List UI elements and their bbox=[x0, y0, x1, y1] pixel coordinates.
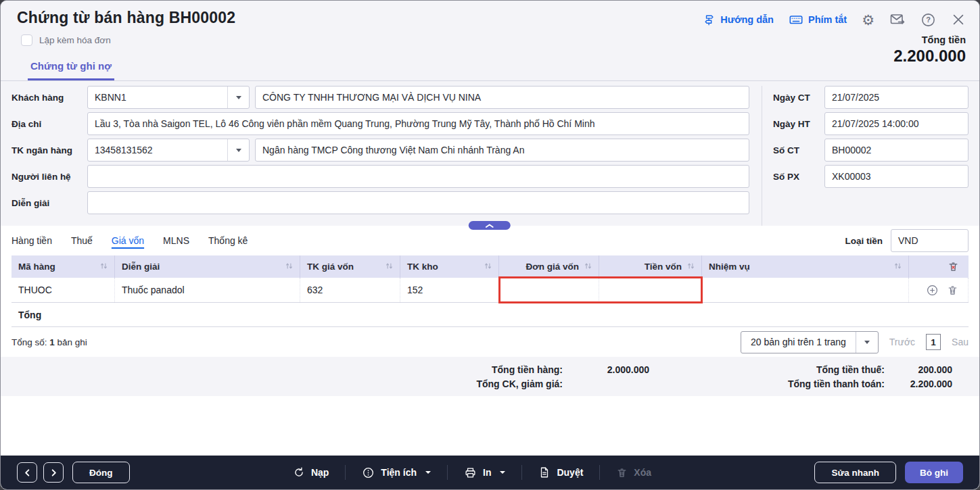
bank-account-label: TK ngân hàng bbox=[11, 145, 87, 155]
bank-account-value: 13458131562 bbox=[88, 145, 227, 155]
mail-send-icon[interactable] bbox=[889, 11, 906, 28]
tab-hang-tien[interactable]: Hàng tiền bbox=[11, 234, 52, 247]
col-tk-kho[interactable]: TK kho bbox=[400, 255, 499, 278]
next-record-button[interactable] bbox=[43, 462, 64, 483]
sort-icon[interactable] bbox=[894, 262, 902, 272]
col-actions bbox=[909, 255, 969, 278]
chevron-down-icon bbox=[500, 471, 505, 474]
document-icon bbox=[538, 466, 551, 479]
table-header-row: Mã hàng Diễn giải TK giá vốn TK kho Đơn … bbox=[11, 255, 969, 278]
chevron-right-icon bbox=[49, 468, 58, 477]
close-icon[interactable] bbox=[951, 12, 966, 27]
cell-dien-giai[interactable]: Thuốc panadol bbox=[115, 278, 300, 302]
delete-row-icon[interactable] bbox=[947, 285, 958, 296]
shortcut-link[interactable]: Phím tắt bbox=[789, 12, 847, 27]
grand-total-value: 2.200.000 bbox=[893, 47, 966, 66]
current-page-box[interactable]: 1 bbox=[926, 334, 941, 350]
description-field[interactable] bbox=[87, 191, 749, 214]
col-ma-hang[interactable]: Mã hàng bbox=[11, 255, 115, 278]
col-dien-giai[interactable]: Diễn giải bbox=[115, 255, 300, 278]
cell-nhiem-vu[interactable] bbox=[702, 278, 909, 302]
table-total-label: Tổng bbox=[18, 310, 41, 320]
chevron-down-icon[interactable] bbox=[227, 139, 249, 161]
tab-gia-von[interactable]: Giá vốn bbox=[112, 234, 144, 247]
row-actions bbox=[909, 278, 969, 302]
posting-date-field[interactable]: 21/07/2025 14:00:00 bbox=[824, 112, 969, 135]
col-don-gia-von[interactable]: Đơn giá vốn bbox=[499, 255, 599, 278]
posting-date-label: Ngày HT bbox=[773, 119, 824, 129]
doc-date-field[interactable]: 21/07/2025 bbox=[824, 86, 969, 109]
next-page-button[interactable]: Sau bbox=[952, 337, 969, 347]
page-title: Chứng từ bán hàng BH00002 bbox=[17, 9, 235, 27]
sort-icon[interactable] bbox=[285, 262, 293, 272]
refresh-icon bbox=[293, 466, 305, 479]
approve-button[interactable]: Duyệt bbox=[536, 466, 586, 479]
chevron-down-icon[interactable] bbox=[856, 332, 878, 353]
sum-discount-label: Tổng CK, giảm giá: bbox=[407, 378, 563, 389]
prev-record-button[interactable] bbox=[17, 462, 37, 483]
unpost-button[interactable]: Bỏ ghi bbox=[905, 462, 963, 483]
tab-thong-ke[interactable]: Thống kê bbox=[208, 234, 248, 247]
quick-edit-button[interactable]: Sửa nhanh bbox=[814, 462, 896, 483]
cell-tien-von[interactable] bbox=[599, 278, 702, 302]
doc-no-field[interactable]: BH00002 bbox=[824, 139, 969, 162]
customer-name-field[interactable]: CÔNG TY TNHH THƯƠNG MẠI VÀ DỊCH VỤ NINA bbox=[255, 86, 749, 109]
guide-link[interactable]: Hướng dẫn bbox=[703, 14, 774, 26]
sort-icon[interactable] bbox=[687, 262, 695, 272]
customer-code-combobox[interactable]: KBNN1 bbox=[87, 86, 250, 109]
bank-account-combobox[interactable]: 13458131562 bbox=[87, 139, 250, 162]
guide-icon bbox=[703, 14, 716, 26]
address-field[interactable]: Lầu 3, Tòa nhà Saigon TEL, Lô 46 Công vi… bbox=[87, 112, 749, 135]
bank-name-field[interactable]: Ngân hàng TMCP Công thương Việt Nam Chi … bbox=[255, 139, 749, 162]
reload-button[interactable]: Nạp bbox=[290, 466, 331, 479]
doc-date-label: Ngày CT bbox=[773, 93, 824, 103]
description-label: Diễn giải bbox=[11, 198, 87, 208]
cell-tk-gia-von[interactable]: 632 bbox=[300, 278, 400, 302]
add-row-icon[interactable] bbox=[926, 284, 939, 297]
collapse-form-button[interactable] bbox=[468, 221, 510, 230]
invoice-checkbox[interactable] bbox=[21, 34, 32, 46]
export-no-field[interactable]: XK00003 bbox=[824, 165, 969, 188]
prev-page-button[interactable]: Trước bbox=[889, 337, 915, 347]
sort-icon[interactable] bbox=[584, 262, 592, 272]
grand-total-label: Tổng tiền bbox=[893, 34, 966, 45]
sum-payment-label: Tổng tiền thanh toán: bbox=[722, 378, 885, 389]
delete-all-icon[interactable] bbox=[948, 261, 959, 272]
cell-don-gia-von[interactable] bbox=[499, 278, 599, 302]
help-icon[interactable]: ? bbox=[920, 12, 936, 28]
utilities-button[interactable]: Tiện ích bbox=[359, 466, 434, 479]
sort-icon[interactable] bbox=[484, 262, 492, 272]
printer-icon bbox=[464, 466, 477, 479]
gear-icon[interactable]: ⚙︎ bbox=[862, 13, 874, 27]
sort-icon[interactable] bbox=[100, 262, 108, 272]
sum-tax-value: 200.000 bbox=[885, 364, 952, 375]
currency-label: Loại tiền bbox=[845, 236, 883, 246]
export-no-label: Số PX bbox=[773, 172, 824, 182]
chevron-up-icon bbox=[484, 223, 494, 228]
col-nhiem-vu[interactable]: Nhiệm vụ bbox=[702, 255, 909, 278]
chevron-down-icon[interactable] bbox=[227, 87, 249, 108]
cell-ma-hang[interactable]: THUOC bbox=[11, 278, 115, 302]
page-size-select[interactable]: 20 bản ghi trên 1 trang bbox=[741, 331, 879, 353]
grand-total: Tổng tiền 2.200.000 bbox=[893, 34, 966, 66]
detail-tabs: Hàng tiền Thuế Giá vốn MLNS Thống kê Loạ… bbox=[1, 226, 979, 255]
contact-field[interactable] bbox=[87, 165, 749, 188]
col-tien-von[interactable]: Tiền vốn bbox=[599, 255, 702, 278]
tab-thue[interactable]: Thuế bbox=[71, 234, 93, 247]
print-button[interactable]: In bbox=[461, 466, 508, 479]
customer-code-value: KBNN1 bbox=[88, 92, 227, 103]
tab-mlns[interactable]: MLNS bbox=[163, 234, 189, 247]
close-button[interactable]: Đóng bbox=[72, 462, 130, 483]
sort-icon[interactable] bbox=[386, 262, 393, 272]
table-total-row: Tổng bbox=[11, 303, 969, 327]
sum-discount-value bbox=[563, 378, 649, 389]
trash-icon bbox=[616, 467, 628, 479]
voucher-form: Khách hàng KBNN1 CÔNG TY TNHH THƯƠNG MẠI… bbox=[1, 81, 979, 226]
col-tk-gia-von[interactable]: TK giá vốn bbox=[300, 255, 400, 278]
cell-tk-kho[interactable]: 152 bbox=[400, 278, 499, 302]
table-row[interactable]: THUOC Thuốc panadol 632 152 bbox=[11, 278, 969, 303]
guide-link-label: Hướng dẫn bbox=[720, 14, 774, 25]
shortcut-link-label: Phím tắt bbox=[808, 14, 847, 25]
currency-field[interactable]: VND bbox=[891, 229, 969, 252]
tab-chung-tu-ghi-no[interactable]: Chứng từ ghi nợ bbox=[28, 56, 114, 80]
